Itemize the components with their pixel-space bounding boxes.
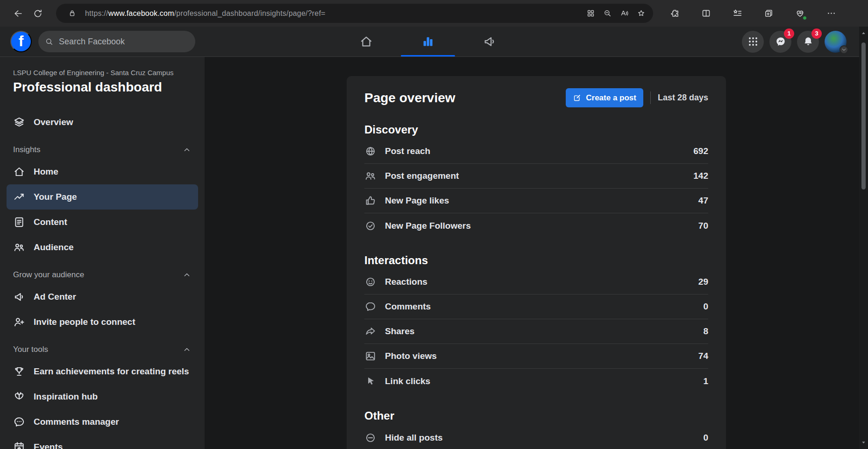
home-tab-icon xyxy=(359,35,373,49)
sidebar-item-label: Invite people to connect xyxy=(34,317,135,327)
page-scrollbar[interactable] xyxy=(859,27,868,449)
facebook-logo[interactable]: f xyxy=(10,31,32,52)
apps-grid-button[interactable] xyxy=(582,5,599,22)
profile-avatar[interactable] xyxy=(825,31,847,53)
back-button[interactable] xyxy=(8,4,28,23)
metric-label: Post engagement xyxy=(385,171,685,181)
sidebar-item-ad-center[interactable]: Ad Center xyxy=(7,284,198,309)
sidebar-item-label: Events xyxy=(34,442,63,449)
chevron-up-icon xyxy=(182,145,192,154)
sidebar-item-home[interactable]: Home xyxy=(7,159,198,184)
browser-toolbar-icons xyxy=(665,4,840,23)
metric-row-link-clicks[interactable]: Link clicks 1 xyxy=(364,369,708,393)
search-input[interactable] xyxy=(58,36,189,47)
globe-icon xyxy=(364,145,377,157)
sidebar-item-label: Inspiration hub xyxy=(34,392,98,402)
metric-label: Reactions xyxy=(385,277,690,287)
interactions-metrics: Reactions 29 Comments 0 Shares 8 Photo v… xyxy=(364,270,708,393)
url-protocol: https:// xyxy=(85,9,108,17)
metric-value: 0 xyxy=(703,433,708,443)
metric-row-post-engagement[interactable]: Post engagement 142 xyxy=(364,164,708,189)
sidebar-section-your-tools[interactable]: Your tools xyxy=(7,340,198,359)
sidebar-item-overview[interactable]: Overview xyxy=(7,110,198,135)
more-menu-icon xyxy=(826,8,836,18)
essentials-status-dot xyxy=(803,16,807,20)
sidebar-item-events[interactable]: Events xyxy=(7,435,198,449)
favorites-bar-button[interactable] xyxy=(728,4,747,23)
sidebar-item-invite-people[interactable]: Invite people to connect xyxy=(7,309,198,335)
metric-row-post-reach[interactable]: Post reach 692 xyxy=(364,139,708,164)
scrollbar-thumb[interactable] xyxy=(861,42,866,189)
tab-insights[interactable] xyxy=(397,27,459,56)
browser-menu-button[interactable] xyxy=(822,4,840,23)
facebook-header: f 1 3 xyxy=(0,27,868,57)
metric-row-new-page-likes[interactable]: New Page likes 47 xyxy=(364,189,708,213)
apps-grid-icon xyxy=(586,9,595,18)
metric-row-photo-views[interactable]: Photo views 74 xyxy=(364,344,708,369)
metric-value: 74 xyxy=(698,351,708,361)
sidebar-item-audience[interactable]: Audience xyxy=(7,235,198,260)
sidebar-section-grow-audience[interactable]: Grow your audience xyxy=(7,266,198,284)
section-title-discovery: Discovery xyxy=(364,123,708,136)
insights-chart-icon xyxy=(421,35,435,49)
add-favorite-button[interactable] xyxy=(633,5,649,22)
metric-label: Comments xyxy=(385,302,695,312)
sidebar-item-comments-manager[interactable]: Comments manager xyxy=(7,409,198,435)
chevron-down-icon xyxy=(840,45,848,54)
sidebar-item-achievements[interactable]: Earn achievements for creating reels xyxy=(7,359,198,384)
sidebar-item-inspiration-hub[interactable]: Inspiration hub xyxy=(7,384,198,409)
scroll-down-arrow-icon[interactable] xyxy=(859,438,868,447)
site-info-lock-icon[interactable] xyxy=(64,5,80,22)
extensions-button[interactable] xyxy=(665,4,684,23)
sidebar-item-your-page[interactable]: Your Page xyxy=(7,184,198,210)
read-aloud-button[interactable] xyxy=(616,5,633,22)
scroll-up-arrow-icon[interactable] xyxy=(859,29,868,38)
menu-grid-button[interactable] xyxy=(742,31,764,53)
page-title: Page overview xyxy=(364,91,566,105)
metric-row-shares[interactable]: Shares 8 xyxy=(364,319,708,344)
browser-essentials-button[interactable] xyxy=(790,4,809,23)
favorite-star-icon xyxy=(637,9,646,18)
sidebar-item-label: Content xyxy=(34,217,67,227)
refresh-button[interactable] xyxy=(28,4,48,23)
address-bar[interactable]: https://www.facebook.com/professional_da… xyxy=(56,4,653,23)
dashboard-sidebar: LSPU College of Engineering - Santa Cruz… xyxy=(0,57,205,449)
tab-home[interactable] xyxy=(335,27,397,56)
sidebar-item-label: Overview xyxy=(34,117,73,127)
metric-label: Photo views xyxy=(385,351,690,361)
split-screen-button[interactable] xyxy=(697,4,715,23)
metric-value: 0 xyxy=(703,302,708,312)
create-post-button[interactable]: Create a post xyxy=(566,88,643,107)
chevron-up-icon xyxy=(182,345,192,354)
tab-ads[interactable] xyxy=(459,27,520,56)
metric-row-hide-all-posts[interactable]: Hide all posts 0 xyxy=(364,425,708,449)
metric-row-new-page-followers[interactable]: New Page Followers 70 xyxy=(364,213,708,238)
extensions-puzzle-icon xyxy=(670,8,680,18)
metric-value: 29 xyxy=(698,277,708,287)
metric-row-comments[interactable]: Comments 0 xyxy=(364,295,708,319)
sidebar-item-label: Your Page xyxy=(34,192,77,202)
metric-value: 1 xyxy=(703,376,708,386)
calendar-icon xyxy=(13,441,25,449)
section-label: Grow your audience xyxy=(13,270,84,280)
page-name: LSPU College of Engineering - Santa Cruz… xyxy=(13,68,192,77)
zoom-button[interactable] xyxy=(599,5,616,22)
collections-button[interactable] xyxy=(759,4,778,23)
messenger-badge: 1 xyxy=(784,28,794,39)
sidebar-item-content[interactable]: Content xyxy=(7,210,198,235)
compose-pencil-icon xyxy=(573,93,582,102)
metric-value: 142 xyxy=(693,171,708,181)
section-label: Insights xyxy=(13,145,41,154)
facebook-search[interactable] xyxy=(38,31,195,52)
other-metrics: Hide all posts 0 xyxy=(364,425,708,449)
person-plus-icon xyxy=(13,316,25,328)
divider xyxy=(650,91,651,104)
metric-label: Link clicks xyxy=(385,376,695,386)
metric-row-reactions[interactable]: Reactions 29 xyxy=(364,270,708,295)
messenger-button[interactable]: 1 xyxy=(769,31,791,53)
notifications-button[interactable]: 3 xyxy=(797,31,819,53)
sidebar-section-insights[interactable]: Insights xyxy=(7,140,198,159)
menu-grid-icon xyxy=(747,36,759,47)
butterfly-icon xyxy=(13,391,25,403)
metric-value: 692 xyxy=(693,146,708,156)
